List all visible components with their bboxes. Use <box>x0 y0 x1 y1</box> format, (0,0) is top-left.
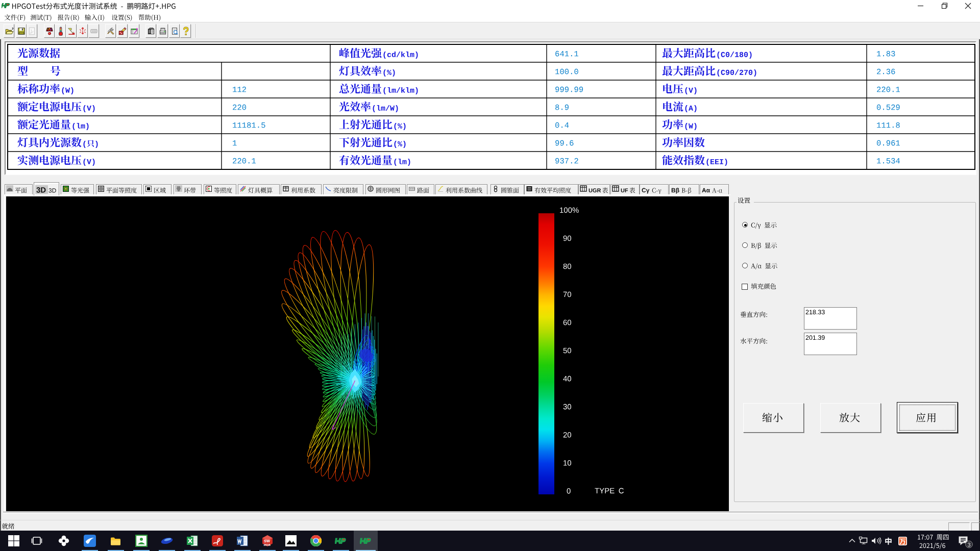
svg-text:SW: SW <box>264 539 271 543</box>
svg-text:2016: 2016 <box>264 543 271 546</box>
